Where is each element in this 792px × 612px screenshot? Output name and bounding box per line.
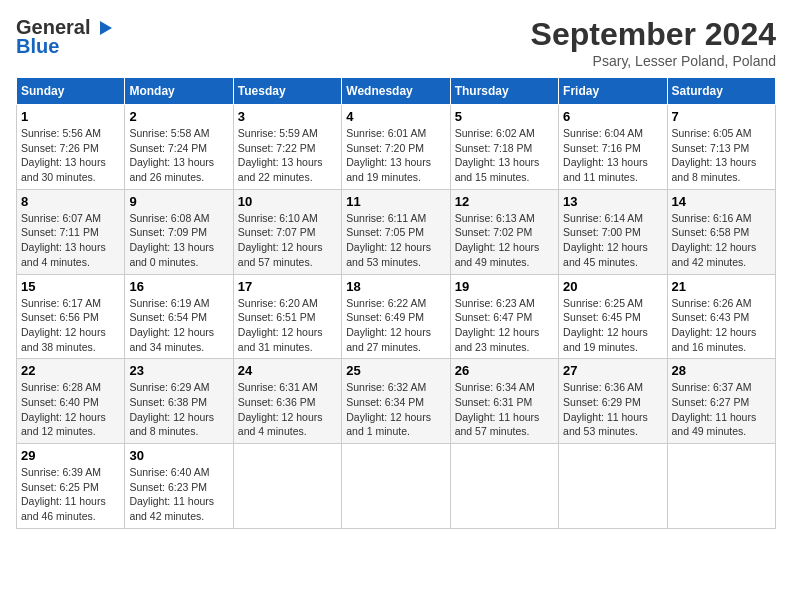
day-detail: Sunrise: 6:39 AMSunset: 6:25 PMDaylight:… (21, 465, 120, 524)
logo-icon (92, 17, 114, 39)
calendar-cell: 23Sunrise: 6:29 AMSunset: 6:38 PMDayligh… (125, 359, 233, 444)
day-detail: Sunrise: 6:28 AMSunset: 6:40 PMDaylight:… (21, 380, 120, 439)
day-number: 14 (672, 194, 771, 209)
calendar-cell: 6Sunrise: 6:04 AMSunset: 7:16 PMDaylight… (559, 105, 667, 190)
day-number: 22 (21, 363, 120, 378)
day-number: 17 (238, 279, 337, 294)
day-detail: Sunrise: 6:34 AMSunset: 6:31 PMDaylight:… (455, 380, 554, 439)
day-detail: Sunrise: 6:23 AMSunset: 6:47 PMDaylight:… (455, 296, 554, 355)
page-header: General Blue September 2024 Psary, Lesse… (16, 16, 776, 69)
day-number: 24 (238, 363, 337, 378)
day-number: 3 (238, 109, 337, 124)
day-detail: Sunrise: 6:08 AMSunset: 7:09 PMDaylight:… (129, 211, 228, 270)
day-number: 23 (129, 363, 228, 378)
day-number: 21 (672, 279, 771, 294)
day-number: 27 (563, 363, 662, 378)
calendar-week-row: 29Sunrise: 6:39 AMSunset: 6:25 PMDayligh… (17, 444, 776, 529)
day-detail: Sunrise: 5:59 AMSunset: 7:22 PMDaylight:… (238, 126, 337, 185)
calendar-cell: 9Sunrise: 6:08 AMSunset: 7:09 PMDaylight… (125, 189, 233, 274)
calendar-cell (450, 444, 558, 529)
calendar-week-row: 1Sunrise: 5:56 AMSunset: 7:26 PMDaylight… (17, 105, 776, 190)
location-title: Psary, Lesser Poland, Poland (531, 53, 776, 69)
calendar-cell: 25Sunrise: 6:32 AMSunset: 6:34 PMDayligh… (342, 359, 450, 444)
calendar-cell: 28Sunrise: 6:37 AMSunset: 6:27 PMDayligh… (667, 359, 775, 444)
day-number: 1 (21, 109, 120, 124)
calendar-cell: 24Sunrise: 6:31 AMSunset: 6:36 PMDayligh… (233, 359, 341, 444)
calendar-cell: 11Sunrise: 6:11 AMSunset: 7:05 PMDayligh… (342, 189, 450, 274)
calendar-week-row: 8Sunrise: 6:07 AMSunset: 7:11 PMDaylight… (17, 189, 776, 274)
day-detail: Sunrise: 6:19 AMSunset: 6:54 PMDaylight:… (129, 296, 228, 355)
day-number: 20 (563, 279, 662, 294)
calendar-cell (667, 444, 775, 529)
day-detail: Sunrise: 6:20 AMSunset: 6:51 PMDaylight:… (238, 296, 337, 355)
day-detail: Sunrise: 5:58 AMSunset: 7:24 PMDaylight:… (129, 126, 228, 185)
day-number: 15 (21, 279, 120, 294)
calendar-cell: 8Sunrise: 6:07 AMSunset: 7:11 PMDaylight… (17, 189, 125, 274)
calendar-cell (342, 444, 450, 529)
calendar-cell: 20Sunrise: 6:25 AMSunset: 6:45 PMDayligh… (559, 274, 667, 359)
calendar-week-row: 22Sunrise: 6:28 AMSunset: 6:40 PMDayligh… (17, 359, 776, 444)
calendar-week-row: 15Sunrise: 6:17 AMSunset: 6:56 PMDayligh… (17, 274, 776, 359)
weekday-header-wednesday: Wednesday (342, 78, 450, 105)
calendar-cell: 22Sunrise: 6:28 AMSunset: 6:40 PMDayligh… (17, 359, 125, 444)
day-detail: Sunrise: 6:32 AMSunset: 6:34 PMDaylight:… (346, 380, 445, 439)
day-detail: Sunrise: 6:16 AMSunset: 6:58 PMDaylight:… (672, 211, 771, 270)
day-detail: Sunrise: 6:02 AMSunset: 7:18 PMDaylight:… (455, 126, 554, 185)
day-detail: Sunrise: 6:04 AMSunset: 7:16 PMDaylight:… (563, 126, 662, 185)
svg-marker-0 (100, 21, 112, 35)
calendar-cell: 17Sunrise: 6:20 AMSunset: 6:51 PMDayligh… (233, 274, 341, 359)
day-number: 18 (346, 279, 445, 294)
calendar-cell: 18Sunrise: 6:22 AMSunset: 6:49 PMDayligh… (342, 274, 450, 359)
calendar-cell: 30Sunrise: 6:40 AMSunset: 6:23 PMDayligh… (125, 444, 233, 529)
calendar-cell: 3Sunrise: 5:59 AMSunset: 7:22 PMDaylight… (233, 105, 341, 190)
calendar-cell: 26Sunrise: 6:34 AMSunset: 6:31 PMDayligh… (450, 359, 558, 444)
weekday-header-thursday: Thursday (450, 78, 558, 105)
day-detail: Sunrise: 6:22 AMSunset: 6:49 PMDaylight:… (346, 296, 445, 355)
day-detail: Sunrise: 6:17 AMSunset: 6:56 PMDaylight:… (21, 296, 120, 355)
calendar-cell: 5Sunrise: 6:02 AMSunset: 7:18 PMDaylight… (450, 105, 558, 190)
day-number: 6 (563, 109, 662, 124)
calendar-cell: 19Sunrise: 6:23 AMSunset: 6:47 PMDayligh… (450, 274, 558, 359)
calendar-cell: 13Sunrise: 6:14 AMSunset: 7:00 PMDayligh… (559, 189, 667, 274)
day-detail: Sunrise: 6:07 AMSunset: 7:11 PMDaylight:… (21, 211, 120, 270)
day-detail: Sunrise: 6:36 AMSunset: 6:29 PMDaylight:… (563, 380, 662, 439)
logo-blue-text: Blue (16, 35, 59, 58)
day-detail: Sunrise: 5:56 AMSunset: 7:26 PMDaylight:… (21, 126, 120, 185)
title-area: September 2024 Psary, Lesser Poland, Pol… (531, 16, 776, 69)
weekday-header-friday: Friday (559, 78, 667, 105)
day-number: 26 (455, 363, 554, 378)
weekday-header-saturday: Saturday (667, 78, 775, 105)
day-number: 13 (563, 194, 662, 209)
day-number: 7 (672, 109, 771, 124)
calendar-cell: 1Sunrise: 5:56 AMSunset: 7:26 PMDaylight… (17, 105, 125, 190)
weekday-header-row: SundayMondayTuesdayWednesdayThursdayFrid… (17, 78, 776, 105)
day-number: 16 (129, 279, 228, 294)
calendar-cell: 16Sunrise: 6:19 AMSunset: 6:54 PMDayligh… (125, 274, 233, 359)
day-detail: Sunrise: 6:11 AMSunset: 7:05 PMDaylight:… (346, 211, 445, 270)
day-number: 11 (346, 194, 445, 209)
day-detail: Sunrise: 6:05 AMSunset: 7:13 PMDaylight:… (672, 126, 771, 185)
weekday-header-sunday: Sunday (17, 78, 125, 105)
day-detail: Sunrise: 6:25 AMSunset: 6:45 PMDaylight:… (563, 296, 662, 355)
weekday-header-monday: Monday (125, 78, 233, 105)
day-number: 25 (346, 363, 445, 378)
day-number: 19 (455, 279, 554, 294)
weekday-header-tuesday: Tuesday (233, 78, 341, 105)
day-number: 12 (455, 194, 554, 209)
day-number: 28 (672, 363, 771, 378)
calendar-table: SundayMondayTuesdayWednesdayThursdayFrid… (16, 77, 776, 529)
day-number: 10 (238, 194, 337, 209)
day-detail: Sunrise: 6:10 AMSunset: 7:07 PMDaylight:… (238, 211, 337, 270)
day-number: 8 (21, 194, 120, 209)
calendar-cell: 12Sunrise: 6:13 AMSunset: 7:02 PMDayligh… (450, 189, 558, 274)
day-detail: Sunrise: 6:01 AMSunset: 7:20 PMDaylight:… (346, 126, 445, 185)
logo: General Blue (16, 16, 114, 58)
calendar-cell: 15Sunrise: 6:17 AMSunset: 6:56 PMDayligh… (17, 274, 125, 359)
day-detail: Sunrise: 6:37 AMSunset: 6:27 PMDaylight:… (672, 380, 771, 439)
calendar-cell: 29Sunrise: 6:39 AMSunset: 6:25 PMDayligh… (17, 444, 125, 529)
calendar-cell: 27Sunrise: 6:36 AMSunset: 6:29 PMDayligh… (559, 359, 667, 444)
day-number: 5 (455, 109, 554, 124)
day-number: 9 (129, 194, 228, 209)
day-number: 4 (346, 109, 445, 124)
day-detail: Sunrise: 6:14 AMSunset: 7:00 PMDaylight:… (563, 211, 662, 270)
